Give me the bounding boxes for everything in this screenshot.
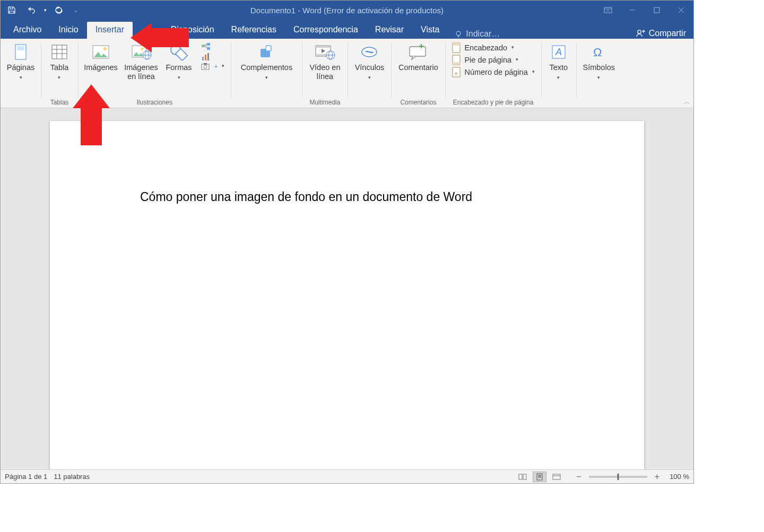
share-icon — [635, 28, 646, 39]
vinculos-button[interactable]: Vínculos▾ — [351, 41, 388, 81]
tabla-button[interactable]: Tabla▾ — [44, 41, 75, 81]
status-words[interactable]: 11 palabras — [54, 473, 90, 481]
ribbon-tabs: Archivo Inicio Insertar Diseño Disposici… — [1, 20, 693, 39]
svg-rect-12 — [52, 45, 67, 59]
addins-icon — [258, 42, 274, 62]
quick-access-toolbar: ▾ ⌄ — [1, 2, 83, 18]
print-layout-icon — [536, 473, 543, 481]
omega-icon: Ω — [592, 42, 606, 62]
footer-icon — [452, 55, 461, 65]
comment-icon — [407, 42, 429, 62]
pictures-icon — [90, 42, 111, 62]
imagenes-button[interactable]: Imágenes — [81, 41, 120, 81]
svg-rect-27 — [207, 43, 210, 46]
collapse-ribbon-button[interactable]: ︿ — [684, 98, 690, 107]
qat-customize-icon[interactable]: ⌄ — [71, 7, 80, 14]
lightbulb-icon — [454, 30, 463, 38]
simbolos-button[interactable]: Ω Símbolos▾ — [579, 41, 619, 81]
svg-rect-31 — [207, 53, 209, 60]
svg-rect-28 — [207, 47, 210, 50]
group-paginas: Páginas▾ — [1, 39, 41, 108]
svg-rect-57 — [519, 474, 522, 479]
page-icon — [14, 42, 28, 62]
window-controls — [596, 1, 693, 20]
encabezado-button[interactable]: Encabezado▾ — [448, 42, 537, 54]
save-button[interactable] — [4, 2, 20, 18]
minimize-button[interactable] — [620, 1, 645, 20]
share-button[interactable]: Compartir — [628, 28, 693, 39]
group-simbolos: Ω Símbolos▾ — [576, 39, 622, 108]
group-encabezado: Encabezado▾ Pie de página▾ # Número de p… — [445, 39, 541, 108]
group-complementos: Complementos▾ — [231, 39, 302, 108]
svg-rect-45 — [410, 47, 426, 56]
minimize-icon — [629, 7, 636, 13]
tab-inicio[interactable]: Inicio — [50, 22, 86, 39]
ribbon-options-icon — [604, 7, 612, 13]
view-read-mode-button[interactable] — [516, 472, 529, 482]
view-web-layout-button[interactable] — [550, 472, 563, 482]
svg-rect-51 — [453, 62, 460, 65]
web-layout-icon — [552, 474, 561, 480]
pie-pagina-button[interactable]: Pie de página▾ — [448, 54, 537, 66]
group-texto: A Texto▾ — [541, 39, 576, 108]
tab-revisar[interactable]: Revisar — [367, 22, 412, 39]
status-bar: Página 1 de 1 11 palabras − + 100 % — [1, 469, 693, 483]
comentario-button[interactable]: Comentario — [394, 41, 442, 81]
svg-point-4 — [456, 31, 461, 36]
numero-pagina-button[interactable]: # Número de página▾ — [448, 66, 537, 78]
textbox-icon: A — [551, 42, 566, 62]
paginas-button[interactable]: Páginas▾ — [4, 41, 38, 81]
video-en-linea-button[interactable]: Vídeo en línea — [305, 41, 344, 81]
undo-button[interactable] — [24, 2, 40, 18]
redo-button[interactable] — [51, 2, 67, 18]
document-area[interactable]: Cómo poner una imagen de fondo en un doc… — [1, 108, 693, 469]
ilustraciones-extra: +▾ — [197, 41, 228, 71]
svg-text:A: A — [555, 47, 562, 57]
annotation-arrow-insertar — [128, 23, 192, 53]
complementos-button[interactable]: Complementos▾ — [234, 41, 299, 81]
svg-rect-36 — [266, 46, 271, 51]
svg-text:Ω: Ω — [593, 46, 602, 59]
svg-rect-38 — [316, 46, 331, 48]
svg-text:#: # — [455, 71, 457, 76]
tab-insertar[interactable]: Insertar — [87, 22, 133, 39]
tab-archivo[interactable]: Archivo — [5, 22, 50, 39]
tab-vista[interactable]: Vista — [412, 22, 448, 39]
svg-point-18 — [103, 47, 107, 50]
svg-rect-29 — [202, 57, 204, 60]
maximize-button[interactable] — [645, 1, 669, 20]
share-label: Compartir — [649, 29, 686, 38]
undo-caret-icon[interactable]: ▾ — [44, 7, 47, 13]
smartart-button[interactable] — [198, 42, 228, 51]
header-footer-stack: Encabezado▾ Pie de página▾ # Número de p… — [448, 41, 537, 78]
chart-button[interactable] — [198, 52, 228, 62]
screenshot-icon — [201, 63, 211, 70]
document-body-text[interactable]: Cómo poner una imagen de fondo en un doc… — [140, 190, 554, 204]
zoom-level[interactable]: 100 % — [665, 473, 689, 481]
svg-rect-49 — [453, 43, 460, 46]
zoom-out-button[interactable]: − — [574, 472, 583, 482]
svg-rect-63 — [553, 474, 560, 479]
close-button[interactable] — [669, 1, 693, 20]
svg-rect-26 — [202, 45, 205, 47]
screenshot-button[interactable]: +▾ — [198, 62, 228, 71]
window-title: Documento1 - Word (Error de activación d… — [1, 6, 693, 15]
group-vinculos: Vínculos▾ — [348, 39, 391, 108]
zoom-in-button[interactable]: + — [653, 472, 662, 482]
svg-rect-3 — [654, 7, 659, 13]
texto-button[interactable]: A Texto▾ — [544, 41, 573, 81]
document-page[interactable]: Cómo poner una imagen de fondo en un doc… — [50, 121, 644, 469]
status-page[interactable]: Página 1 de 1 — [5, 473, 47, 481]
smartart-icon — [201, 42, 211, 51]
table-icon — [51, 42, 68, 62]
view-print-layout-button[interactable] — [533, 472, 546, 482]
close-icon — [678, 7, 684, 13]
tell-me-search[interactable]: Indicar… — [448, 29, 506, 39]
group-multimedia: Vídeo en línea Multimedia — [302, 39, 348, 108]
tab-referencias[interactable]: Referencias — [223, 22, 285, 39]
zoom-slider[interactable] — [589, 476, 647, 478]
ribbon-options-button[interactable] — [596, 1, 620, 20]
tab-correspondencia[interactable]: Correspondencia — [285, 22, 367, 39]
group-comentarios: Comentario Comentarios — [391, 39, 445, 108]
chart-icon — [201, 53, 211, 61]
